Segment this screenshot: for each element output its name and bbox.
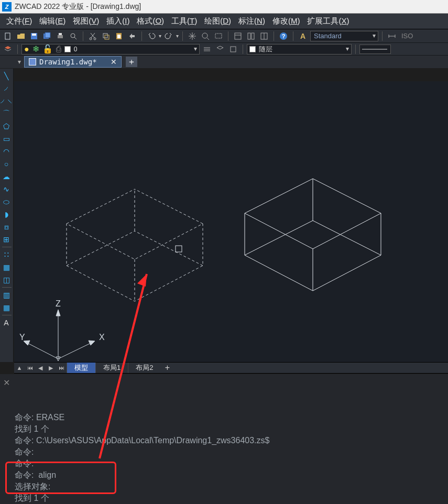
layout-first-icon[interactable]: ⏮ [25,363,35,373]
menu-v[interactable]: 视图(V) [70,15,102,28]
circle-tool[interactable]: ○ [0,159,13,169]
revcloud-tool[interactable]: ☁ [0,171,13,182]
svg-marker-32 [56,310,60,316]
svg-rect-18 [235,33,241,39]
bulb-icon: ● [24,45,29,54]
svg-text:?: ? [282,33,286,39]
drawing-canvas[interactable]: Z X Y [14,81,448,362]
layout-add-button[interactable]: + [160,363,174,372]
match-button[interactable] [126,30,138,42]
file-tab-label: Drawing1.dwg* [39,58,97,66]
design-center-button[interactable] [245,30,257,42]
svg-rect-11 [103,34,107,38]
ellipse-tool[interactable]: ⬭ [0,196,13,207]
make-block-tool[interactable]: ⊞ [0,234,13,245]
text-tool[interactable]: A [0,317,13,328]
lock-icon: 🔓 [42,44,53,54]
polygon-tool[interactable]: ⬠ [0,121,13,132]
arc2-tool[interactable]: ◠ [0,146,13,157]
axis-z-label: Z [56,299,61,308]
layout-last-icon[interactable]: ⏭ [56,363,67,373]
arc-tool[interactable]: ⌒ [0,108,13,119]
layout-prev-icon[interactable]: ◀ [35,363,46,373]
tab-scroll-icon[interactable]: ▾ [15,58,24,65]
document-tabstrip: ▾ Drawing1.dwg* ✕ ＋ [0,56,448,68]
menu-x[interactable]: 扩展工具(X) [304,15,352,28]
hatch-tool[interactable]: ▦ [0,262,13,272]
tab-close-button[interactable]: ✕ [111,58,117,66]
insert-block-tool[interactable]: ⧈ [0,222,13,232]
layer-manager-button[interactable] [2,43,14,55]
svg-line-39 [67,231,135,266]
svg-rect-27 [231,47,236,52]
pan-button[interactable] [187,30,198,42]
line-tool[interactable]: ╲ [0,71,13,81]
svg-rect-6 [59,33,62,35]
file-tab-active[interactable]: Drawing1.dwg* ✕ [24,56,122,68]
menu-n[interactable]: 标注(N) [235,15,268,28]
svg-line-37 [67,189,135,224]
properties-button[interactable] [232,30,244,42]
cut-button[interactable] [87,30,99,42]
menu-t[interactable]: 工具(T) [168,15,200,28]
command-line: 命令: [15,446,444,458]
layout-tabstrip: ▲ ⏮ ◀ ▶ ⏭ 模型布局1布局2 + [14,362,448,374]
redo-button[interactable] [163,30,174,42]
layer-iso-button[interactable] [227,43,239,55]
zoom-window-button[interactable] [213,30,224,42]
tool-palette-button[interactable] [258,30,270,42]
menu-m[interactable]: 修改(M) [269,15,303,28]
menu-f[interactable]: 文件(F) [3,15,35,28]
command-close-icon[interactable]: ✕ [3,377,10,389]
ray-tool[interactable]: ⟋ [0,83,13,94]
undo-button[interactable] [146,30,157,42]
menu-i[interactable]: 插入(I) [103,15,133,28]
command-window[interactable]: ✕ 命令: ERASE找到 1 个命令: C:\Users\ASUS\AppDa… [0,374,448,504]
svg-rect-42 [176,246,182,252]
color-bylayer-dropdown[interactable]: 随层 [247,44,352,54]
svg-line-45 [313,179,381,213]
menu-d[interactable]: 绘图(D) [201,15,234,28]
layer-color-swatch [64,46,71,52]
layout-up-icon[interactable]: ▲ [14,363,25,373]
layer-prev-button[interactable] [214,43,226,55]
menu-e[interactable]: 编辑(E) [36,15,69,28]
svg-line-31 [26,342,58,359]
layout-next-icon[interactable]: ▶ [46,363,56,373]
text-style-dropdown[interactable]: Standard [310,31,378,41]
layer-dropdown[interactable]: ● ❄ 🔓 ⎙ 0 [21,44,200,54]
linetype-dropdown[interactable] [359,45,391,54]
command-line: 选择对象: [15,481,444,492]
axis-x-label: X [99,333,105,342]
ellipse-arc-tool[interactable]: ◗ [0,209,13,220]
layout-tab-1[interactable]: 布局1 [95,363,128,373]
new-file-button[interactable] [2,30,14,42]
layout-tab-0[interactable]: 模型 [67,363,95,373]
dim-style-icon[interactable] [386,30,398,42]
polyline-tool[interactable]: ⟋⟍ [0,96,13,106]
zoom-button[interactable] [200,30,211,42]
svg-marker-33 [89,341,95,345]
rectangle-tool[interactable]: ▭ [0,134,13,144]
saveall-button[interactable] [41,30,53,42]
new-tab-button[interactable]: ＋ [126,57,137,67]
layout-tab-2[interactable]: 布局2 [128,363,160,373]
gradient-tool[interactable]: ◫ [0,275,13,285]
paste-button[interactable] [113,30,125,42]
layer-match-button[interactable] [201,43,213,55]
svg-line-16 [207,38,209,40]
preview-button[interactable] [68,30,79,42]
menu-o[interactable]: 格式(O) [134,15,167,28]
copy-button[interactable] [100,30,112,42]
print-button[interactable] [54,30,66,42]
point-tool[interactable]: ∷ [0,249,13,260]
open-file-button[interactable] [15,30,27,42]
svg-rect-2 [32,34,36,36]
region-tool[interactable]: ▥ [0,290,13,300]
text-style-icon[interactable]: A [297,30,309,42]
help-button[interactable]: ? [278,30,289,42]
table-tool[interactable]: ▦ [0,302,13,313]
save-button[interactable] [28,30,40,42]
spline-tool[interactable]: ∿ [0,184,13,194]
layer-name: 0 [74,46,78,53]
